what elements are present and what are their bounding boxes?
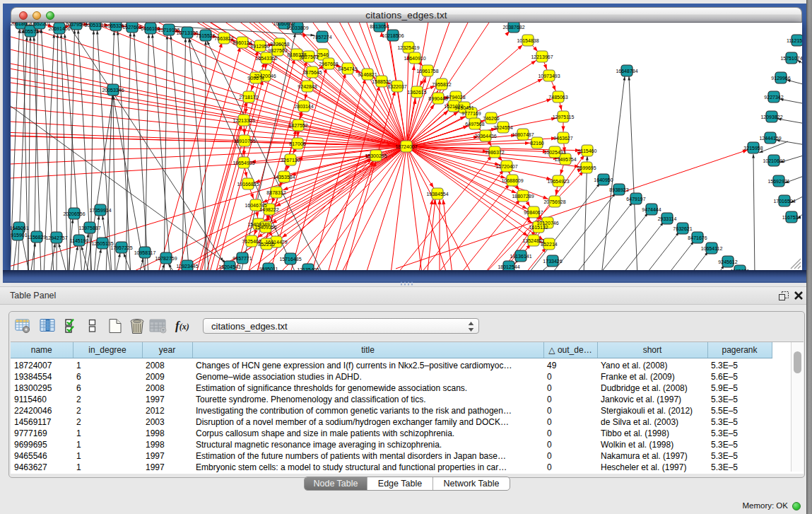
svg-text:817006: 817006	[289, 141, 305, 146]
svg-text:20691406: 20691406	[48, 26, 70, 31]
svg-text:15409350: 15409350	[254, 225, 276, 230]
svg-text:7955812: 7955812	[432, 82, 451, 87]
svg-text:9450451: 9450451	[454, 105, 473, 110]
svg-text:15692971: 15692971	[767, 179, 789, 184]
svg-text:18724007: 18724007	[395, 144, 417, 149]
svg-text:1362615: 1362615	[407, 90, 426, 95]
svg-text:1733426: 1733426	[543, 259, 562, 264]
svg-text:8912950: 8912950	[250, 44, 269, 49]
svg-text:6497568: 6497568	[465, 122, 484, 127]
svg-text:9096?4: 9096?4	[247, 76, 264, 81]
svg-text:8471676: 8471676	[688, 235, 707, 240]
svg-text:20387682: 20387682	[502, 25, 524, 30]
svg-text:10958117: 10958117	[134, 250, 156, 255]
svg-text:9129966: 9129966	[771, 76, 790, 81]
svg-text:7515526: 7515526	[196, 33, 215, 38]
svg-text:18300295: 18300295	[365, 153, 387, 158]
svg-text:3215958: 3215958	[743, 146, 763, 151]
svg-text:12923445: 12923445	[176, 264, 198, 269]
svg-text:20756928: 20756928	[543, 199, 565, 204]
svg-text:14055714: 14055714	[19, 29, 41, 34]
svg-text:1640950: 1640950	[594, 177, 613, 182]
svg-text:18807289: 18807289	[512, 194, 534, 199]
svg-text:12213303: 12213303	[233, 118, 254, 123]
svg-text:9146821: 9146821	[358, 72, 377, 77]
svg-text:20206556: 20206556	[63, 211, 85, 216]
svg-text:10973493: 10973493	[538, 74, 560, 78]
svg-text:15720407: 15720407	[495, 164, 517, 169]
svg-text:10154838: 10154838	[517, 38, 539, 43]
svg-text:1527602: 1527602	[122, 25, 141, 30]
svg-text:1167534: 1167534	[782, 215, 801, 220]
svg-text:9242848: 9242848	[298, 84, 317, 89]
svg-text:8226058: 8226058	[270, 42, 289, 47]
svg-text:9115460: 9115460	[578, 148, 597, 153]
svg-text:7986372: 7986372	[485, 150, 504, 155]
svg-text:7632621: 7632621	[673, 226, 692, 231]
svg-text:9474444: 9474444	[642, 207, 661, 212]
svg-text:16961758: 16961758	[416, 69, 438, 74]
svg-text:1588520: 1588520	[372, 79, 391, 84]
svg-text:12975115: 12975115	[553, 115, 575, 119]
svg-text:17957225: 17957225	[110, 245, 132, 250]
svg-text:6794028: 6794028	[446, 95, 465, 100]
svg-text:1645061: 1645061	[11, 226, 29, 230]
svg-text:13975887: 13975887	[78, 226, 100, 230]
svg-text:11121504: 11121504	[787, 38, 802, 43]
svg-text:10807487: 10807487	[512, 132, 534, 137]
svg-text:852214: 852214	[541, 242, 557, 247]
svg-text:9463627: 9463627	[553, 136, 572, 141]
svg-text:1156829: 1156829	[28, 235, 47, 240]
svg-text:8427552: 8427552	[288, 123, 307, 128]
svg-text:3915901: 3915901	[11, 233, 28, 238]
svg-text:1498222: 1498222	[259, 207, 278, 212]
svg-text:2803144: 2803144	[294, 104, 313, 109]
svg-text:7485063: 7485063	[548, 95, 567, 100]
svg-text:15716485: 15716485	[279, 257, 301, 262]
svg-text:16782759: 16782759	[155, 256, 177, 261]
svg-text:16543362: 16543362	[255, 56, 277, 61]
svg-text:16648784: 16648784	[616, 69, 637, 74]
svg-text:1615132: 1615132	[529, 225, 548, 230]
svg-text:12444159: 12444159	[759, 136, 781, 141]
svg-text:3024554: 3024554	[493, 125, 512, 130]
svg-text:3875645: 3875645	[302, 70, 322, 75]
svg-text:15751074: 15751074	[780, 56, 802, 61]
svg-text:10654112: 10654112	[701, 246, 723, 251]
svg-text:8322037: 8322037	[387, 84, 406, 89]
svg-text:20552201: 20552201	[28, 23, 50, 26]
svg-text:8878312: 8878312	[266, 190, 286, 195]
svg-text:12213967: 12213967	[531, 54, 553, 59]
svg-text:20053311: 20053311	[85, 23, 107, 28]
svg-text:17359914: 17359914	[89, 208, 111, 213]
svg-text:8813054: 8813054	[370, 24, 389, 29]
svg-text:8960124: 8960124	[233, 40, 252, 45]
svg-text:9227342: 9227342	[764, 95, 783, 100]
svg-text:9699695: 9699695	[577, 165, 596, 170]
svg-text:9084067: 9084067	[524, 210, 543, 215]
svg-text:9827503: 9827503	[268, 48, 287, 53]
svg-text:20364436: 20364436	[474, 134, 496, 139]
svg-text:9457771: 9457771	[233, 256, 252, 261]
svg-text:17016504: 17016504	[773, 199, 795, 204]
svg-text:12093822: 12093822	[760, 115, 782, 119]
svg-text:12325419: 12325419	[397, 45, 419, 50]
svg-text:19166825: 19166825	[237, 182, 259, 187]
svg-text:14136141: 14136141	[510, 254, 531, 259]
svg-text:82160: 82160	[530, 141, 544, 146]
svg-text:7663822: 7663822	[214, 36, 233, 41]
svg-text:18012544: 18012544	[498, 264, 519, 269]
svg-text:2718170: 2718170	[239, 95, 258, 100]
svg-text:10210643: 10210643	[763, 158, 784, 163]
svg-text:8990448: 8990448	[428, 96, 447, 101]
svg-text:20053346: 20053346	[102, 88, 124, 93]
svg-text:18204543: 18204543	[218, 264, 240, 269]
svg-text:13495754: 13495754	[554, 157, 576, 162]
svg-text:9327503: 9327503	[299, 54, 318, 59]
svg-text:2967608: 2967608	[319, 62, 338, 66]
svg-text:19654935: 19654935	[233, 160, 254, 165]
svg-text:2546: 2546	[317, 52, 329, 57]
svg-text:16910755: 16910755	[233, 139, 255, 144]
svg-text:14353584: 14353584	[273, 175, 295, 180]
svg-text:2933114: 2933114	[658, 216, 677, 221]
